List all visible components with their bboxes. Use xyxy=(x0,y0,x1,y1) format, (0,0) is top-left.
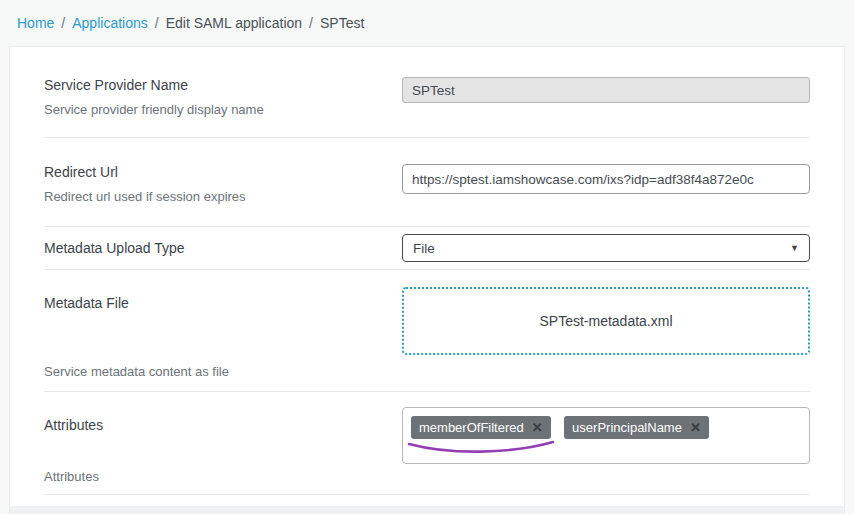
attribute-chip-label: userPrincipalName xyxy=(572,420,682,435)
metadata-upload-type-row: Metadata Upload Type File ▼ xyxy=(44,227,810,270)
metadata-file-left: Metadata File Service metadata content a… xyxy=(44,287,402,379)
breadcrumb-separator: / xyxy=(155,15,159,31)
metadata-file-label: Metadata File xyxy=(44,295,378,311)
attribute-chip-label: memberOfFiltered xyxy=(419,420,524,435)
metadata-upload-type-select[interactable]: File ▼ xyxy=(402,234,810,262)
redirect-url-label: Redirect Url xyxy=(44,164,378,180)
attributes-row: Attributes Attributes memberOfFiltered ✕… xyxy=(44,392,810,495)
attributes-control: memberOfFiltered ✕ userPrincipalName ✕ xyxy=(402,407,810,484)
annotation-underline xyxy=(405,439,557,457)
metadata-file-description: Service metadata content as file xyxy=(44,364,378,379)
metadata-file-row: Metadata File Service metadata content a… xyxy=(44,270,810,392)
attributes-label: Attributes xyxy=(44,417,378,433)
service-provider-name-label: Service Provider Name xyxy=(44,77,378,93)
metadata-upload-type-label: Metadata Upload Type xyxy=(44,240,378,256)
close-icon[interactable]: ✕ xyxy=(532,421,543,434)
service-provider-name-input[interactable] xyxy=(402,77,810,103)
redirect-url-left: Redirect Url Redirect url used if sessio… xyxy=(44,164,402,204)
service-provider-name-control xyxy=(402,77,810,117)
breadcrumb: Home / Applications / Edit SAML applicat… xyxy=(0,0,854,46)
metadata-file-name: SPTest-metadata.xml xyxy=(539,313,672,329)
metadata-upload-type-left: Metadata Upload Type xyxy=(44,240,402,256)
breadcrumb-current: SPTest xyxy=(320,15,364,31)
service-provider-name-description: Service provider friendly display name xyxy=(44,102,378,117)
attributes-input-box[interactable]: memberOfFiltered ✕ userPrincipalName ✕ xyxy=(402,407,810,464)
metadata-file-control: SPTest-metadata.xml xyxy=(402,287,810,379)
breadcrumb-separator: / xyxy=(309,15,313,31)
next-section-stub xyxy=(10,506,844,514)
edit-application-form-card: Service Provider Name Service provider f… xyxy=(9,46,845,514)
attributes-description: Attributes xyxy=(44,469,378,484)
breadcrumb-edit-saml: Edit SAML application xyxy=(166,15,302,31)
service-provider-name-row: Service Provider Name Service provider f… xyxy=(44,47,810,138)
metadata-file-dropzone[interactable]: SPTest-metadata.xml xyxy=(402,287,810,355)
service-provider-name-left: Service Provider Name Service provider f… xyxy=(44,77,402,117)
redirect-url-description: Redirect url used if session expires xyxy=(44,189,378,204)
metadata-upload-type-control: File ▼ xyxy=(402,234,810,262)
chevron-down-icon: ▼ xyxy=(790,243,799,253)
breadcrumb-separator: / xyxy=(61,15,65,31)
close-icon[interactable]: ✕ xyxy=(690,421,701,434)
attribute-chip: userPrincipalName ✕ xyxy=(564,416,709,439)
redirect-url-control xyxy=(402,164,810,204)
attribute-chip: memberOfFiltered ✕ xyxy=(411,416,551,439)
breadcrumb-applications[interactable]: Applications xyxy=(72,15,148,31)
redirect-url-row: Redirect Url Redirect url used if sessio… xyxy=(44,138,810,227)
redirect-url-input[interactable] xyxy=(402,164,810,194)
attributes-left: Attributes Attributes xyxy=(44,407,402,484)
metadata-upload-type-value: File xyxy=(413,241,435,256)
breadcrumb-home[interactable]: Home xyxy=(17,15,54,31)
